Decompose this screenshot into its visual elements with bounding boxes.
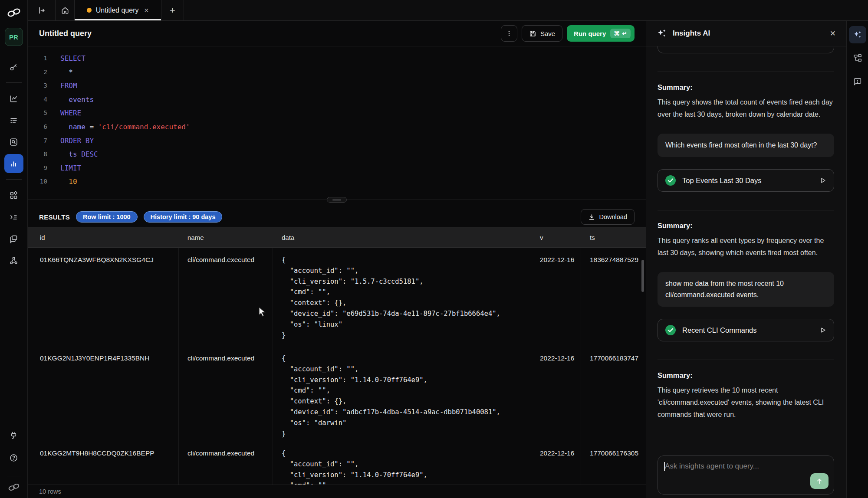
logs-list-icon[interactable] bbox=[4, 111, 23, 130]
insights-close-icon[interactable]: ✕ bbox=[830, 29, 836, 38]
tab-label: Untitled query bbox=[96, 7, 139, 14]
insights-ai-panel: Insights AI ✕ Summary: This query shows … bbox=[646, 21, 846, 498]
sql-editor[interactable]: 1SELECT 2 * 3FROM 4 events 5WHERE 6 name… bbox=[28, 46, 646, 200]
main-panel: Untitled query Save Run query ⌘↵ bbox=[28, 21, 646, 498]
cell-id: 01K66TQNZA3WFBQ8XN2KXSG4CJ bbox=[28, 248, 179, 346]
run-query-label: Run query bbox=[574, 30, 606, 37]
run-shortcut-badge: ⌘↵ bbox=[610, 29, 631, 38]
suggested-query-card[interactable]: Top Events Last 30 Days bbox=[658, 169, 834, 192]
section-divider bbox=[658, 360, 834, 360]
editor-line: 5WHERE bbox=[28, 106, 646, 120]
table-row[interactable]: 01KGG2N1J3Y0ENP1R4F1335BNH cli/command.e… bbox=[28, 346, 646, 441]
query-header: Untitled query Save Run query ⌘↵ bbox=[28, 21, 646, 46]
cell-id: 01KGG2N1J3Y0ENP1R4F1335BNH bbox=[28, 346, 179, 441]
summary-heading: Summary: bbox=[658, 83, 834, 92]
home-button[interactable] bbox=[56, 0, 75, 20]
cell-ts: 1770066183747 bbox=[581, 346, 646, 441]
save-icon bbox=[529, 30, 536, 37]
cell-name: cli/command.executed bbox=[179, 248, 273, 346]
workspace-badge[interactable]: PR bbox=[5, 28, 23, 46]
table-row[interactable]: 01K66TQNZA3WFBQ8XN2KXSG4CJ cli/command.e… bbox=[28, 248, 646, 346]
summary-text: This query shows the total count of even… bbox=[658, 96, 834, 121]
user-question-bubble: Which events fired most often in the las… bbox=[658, 134, 834, 157]
ask-agent-input[interactable] bbox=[665, 462, 808, 471]
section-divider bbox=[658, 210, 834, 210]
editor-line: 8 ts DESC bbox=[28, 147, 646, 161]
terminal-console-icon[interactable] bbox=[4, 207, 23, 226]
app-window: PR bbox=[0, 0, 868, 498]
insights-conversation: Summary: This query shows the total coun… bbox=[646, 46, 846, 498]
insights-header: Insights AI ✕ bbox=[646, 21, 846, 46]
send-button[interactable] bbox=[810, 473, 829, 489]
apps-grid-icon[interactable] bbox=[4, 186, 23, 205]
play-icon[interactable] bbox=[819, 177, 827, 184]
run-query-button[interactable]: Run query ⌘↵ bbox=[567, 25, 635, 42]
tab-close-icon[interactable]: ✕ bbox=[144, 7, 149, 14]
api-keys-icon[interactable] bbox=[4, 57, 23, 76]
cell-name: cli/command.executed bbox=[179, 346, 273, 441]
row-limit-badge[interactable]: Row limit : 1000 bbox=[76, 211, 138, 223]
results-table-header: id name data v ts bbox=[28, 227, 646, 248]
history-limit-badge[interactable]: History limit : 90 days bbox=[144, 211, 223, 223]
results-status-bar: 10 rows bbox=[28, 485, 646, 498]
table-row[interactable]: 01KGG2MT9H8H8CCDQ0ZK16BEPP cli/command.e… bbox=[28, 441, 646, 485]
cell-ts: 1770066176305 bbox=[581, 441, 646, 485]
insights-title: Insights AI bbox=[673, 29, 710, 38]
editor-line: 10 10 bbox=[28, 175, 646, 189]
feedback-icon[interactable] bbox=[849, 73, 866, 90]
download-label: Download bbox=[599, 213, 628, 220]
row-count: 10 rows bbox=[39, 488, 61, 495]
tab-bar: Untitled query ✕ + bbox=[28, 0, 868, 21]
summary-text: This query retrieves the 10 most recent … bbox=[658, 384, 834, 421]
insights-ai-tab-icon[interactable] bbox=[849, 26, 866, 43]
help-icon[interactable] bbox=[4, 448, 23, 467]
messages-icon[interactable] bbox=[4, 229, 23, 248]
summary-text: This query ranks all event types by freq… bbox=[658, 235, 834, 259]
left-sidebar: PR bbox=[0, 0, 28, 498]
integrations-nodes-icon[interactable] bbox=[4, 251, 23, 270]
cell-ts: 1836274887529 bbox=[581, 248, 646, 346]
column-header-ts[interactable]: ts bbox=[581, 234, 646, 241]
results-table-body: 01K66TQNZA3WFBQ8XN2KXSG4CJ cli/command.e… bbox=[28, 248, 646, 485]
editor-line: 1SELECT bbox=[28, 52, 646, 66]
download-button[interactable]: Download bbox=[581, 209, 635, 225]
play-icon[interactable] bbox=[819, 326, 827, 334]
results-label: RESULTS bbox=[39, 213, 70, 221]
save-button[interactable]: Save bbox=[522, 25, 562, 42]
suggested-query-card[interactable]: Recent CLI Commands bbox=[658, 319, 834, 341]
table-scrollbar-thumb[interactable] bbox=[641, 260, 644, 292]
editor-line: 9LIMIT bbox=[28, 161, 646, 175]
cell-name: cli/command.executed bbox=[179, 441, 273, 485]
sidebar-expand-button[interactable] bbox=[28, 0, 56, 20]
splitter-handle-icon[interactable] bbox=[327, 197, 347, 203]
editor-line: 4 events bbox=[28, 93, 646, 107]
schema-tree-icon[interactable] bbox=[849, 49, 866, 67]
column-header-name[interactable]: name bbox=[179, 234, 273, 241]
editor-line: 7ORDER BY bbox=[28, 134, 646, 148]
sparkles-icon bbox=[657, 28, 667, 39]
cell-data: { "account_id": "", "cli_version": "1.5.… bbox=[273, 248, 531, 346]
summary-heading: Summary: bbox=[658, 222, 834, 230]
query-results-icon-active[interactable] bbox=[4, 154, 23, 173]
app-logo-icon bbox=[6, 7, 22, 18]
column-header-v[interactable]: v bbox=[531, 234, 581, 241]
query-card-label: Top Events Last 30 Days bbox=[682, 177, 762, 185]
new-tab-button[interactable]: + bbox=[161, 0, 184, 20]
query-explorer-icon[interactable] bbox=[4, 132, 23, 151]
column-header-id[interactable]: id bbox=[28, 234, 179, 241]
query-card-label: Recent CLI Commands bbox=[682, 326, 757, 334]
analytics-chart-icon[interactable] bbox=[4, 89, 23, 108]
return-key-icon: ↵ bbox=[622, 30, 627, 37]
more-options-button[interactable] bbox=[501, 25, 517, 42]
cell-v: 2022-12-16 bbox=[531, 248, 581, 346]
editor-results-splitter[interactable] bbox=[28, 200, 646, 207]
plugin-connector-icon[interactable] bbox=[4, 426, 23, 445]
editor-line: 2 * bbox=[28, 66, 646, 79]
ask-agent-inputbox[interactable] bbox=[658, 455, 834, 495]
cell-id: 01KGG2MT9H8H8CCDQ0ZK16BEPP bbox=[28, 441, 179, 485]
tab-untitled-query[interactable]: Untitled query ✕ bbox=[75, 0, 161, 20]
column-header-data[interactable]: data bbox=[273, 234, 531, 241]
sidebar-divider bbox=[6, 82, 22, 83]
success-check-icon bbox=[665, 324, 676, 336]
section-divider bbox=[658, 72, 834, 72]
